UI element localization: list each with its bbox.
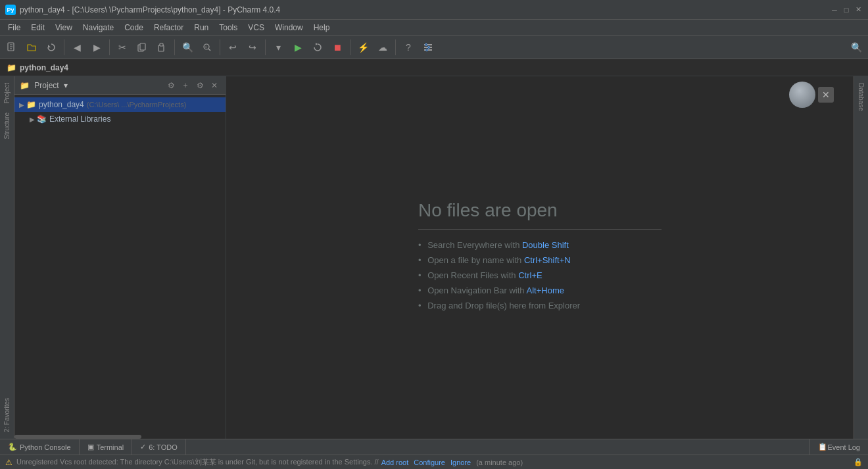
window-controls: ─ □ ✕ [830, 5, 863, 14]
app-icon: Py [5, 5, 16, 15]
svg-text:+: + [205, 45, 207, 49]
toolbar-coverage[interactable]: ⚡ [354, 38, 372, 57]
window-title: python_day4 - [C:\Users\ \PycharmProject… [20, 5, 830, 14]
status-message: Unregistered Vcs root detected: The dire… [16, 457, 379, 467]
toolbar-help[interactable]: ? [399, 38, 418, 57]
menu-code[interactable]: Code [119, 20, 149, 36]
svg-point-16 [425, 43, 427, 45]
menu-bar: File Edit View Navigate Code Refactor Ru… [0, 20, 868, 36]
tree-item-python-day4[interactable]: ▶ 📁 python_day4 (C:\Users\ ...\PycharmPr… [14, 97, 226, 112]
sidebar-item-favorites[interactable]: 2: Favorites [1, 394, 12, 436]
toolbar-separator-2 [109, 39, 110, 55]
hint-nav-shortcut: Alt+Home [527, 285, 564, 295]
hint-open-shortcut: Ctrl+Shift+N [524, 255, 571, 265]
project-panel-label: Project [34, 81, 59, 90]
tree-arrow-1: ▶ [28, 116, 37, 123]
toolbar-run-dropdown[interactable]: ▾ [269, 38, 287, 57]
toolbar-find-next[interactable]: + [198, 38, 216, 57]
close-button[interactable]: ✕ [854, 5, 863, 14]
avatar-close-button[interactable]: ✕ [818, 87, 834, 103]
project-scrollbar-thumb[interactable] [14, 435, 141, 439]
svg-point-17 [428, 46, 430, 48]
toolbar-separator-6 [350, 39, 350, 55]
add-root-link[interactable]: Add root [381, 458, 409, 466]
project-bar: 📁 python_day4 [0, 59, 868, 76]
tree-label-0: python_day4 [39, 100, 84, 109]
menu-edit[interactable]: Edit [26, 20, 50, 36]
todo-icon: ✓ [140, 443, 146, 451]
status-time: (a minute ago) [476, 458, 523, 466]
menu-window[interactable]: Window [270, 20, 308, 36]
project-panel-title: 📁 Project ▾ [20, 81, 165, 90]
svg-point-18 [426, 49, 428, 51]
tree-path-0: (C:\Users\ ...\PycharmProjects) [87, 101, 187, 109]
tree-arrow-0: ▶ [17, 101, 26, 109]
toolbar-sync[interactable] [42, 38, 60, 57]
tab-terminal[interactable]: ▣ Terminal [80, 439, 133, 455]
svg-rect-6 [140, 43, 145, 50]
hint-nav-text: Open Navigation Bar with [427, 285, 526, 295]
warning-icon: ⚠ [5, 458, 12, 467]
toolbar-paste[interactable] [153, 38, 171, 57]
svg-rect-8 [160, 43, 163, 46]
toolbar-rerun[interactable] [308, 38, 327, 57]
menu-view[interactable]: View [50, 20, 78, 36]
tree-item-external-libs[interactable]: ▶ 📚 External Libraries [14, 112, 226, 126]
tab-python-console[interactable]: 🐍 Python Console [0, 439, 80, 455]
project-folder-icon: 📁 [7, 63, 16, 72]
menu-vcs[interactable]: VCS [243, 20, 270, 36]
toolbar-separator-4 [220, 39, 220, 55]
menu-refactor[interactable]: Refactor [149, 20, 189, 36]
sidebar-item-project[interactable]: Project [1, 79, 12, 107]
panel-expand-icon[interactable]: + [180, 80, 191, 91]
project-tree: ▶ 📁 python_day4 (C:\Users\ ...\PycharmPr… [14, 95, 226, 435]
tab-python-console-label: Python Console [20, 443, 71, 451]
hint-search-text: Search Everywhere with [427, 240, 522, 250]
toolbar-search-everywhere[interactable]: 🔍 [847, 38, 865, 57]
terminal-icon: ▣ [87, 443, 94, 451]
tab-event-log[interactable]: 📋 Event Log [809, 439, 868, 455]
tab-event-log-label: Event Log [827, 443, 860, 451]
right-sidebar: Database [854, 76, 868, 439]
panel-close-icon[interactable]: ✕ [208, 80, 220, 91]
toolbar-run[interactable]: ▶ [289, 38, 307, 57]
menu-file[interactable]: File [3, 20, 26, 36]
minimize-button[interactable]: ─ [830, 5, 839, 14]
project-scrollbar[interactable] [14, 435, 226, 439]
toolbar-find[interactable]: 🔍 [178, 38, 197, 57]
toolbar-settings[interactable] [419, 38, 437, 57]
tab-todo[interactable]: ✓ 6: TODO [132, 439, 186, 455]
toolbar-forward[interactable]: ▶ [87, 38, 106, 57]
toolbar-redo[interactable]: ↪ [243, 38, 262, 57]
toolbar-back[interactable]: ◀ [68, 38, 86, 57]
menu-run[interactable]: Run [189, 20, 214, 36]
toolbar-open[interactable] [22, 38, 41, 57]
event-log-icon: 📋 [818, 443, 827, 451]
maximize-button[interactable]: □ [842, 5, 851, 14]
toolbar-profile[interactable]: ☁ [374, 38, 392, 57]
toolbar-new[interactable] [3, 38, 21, 57]
project-name: python_day4 [20, 63, 68, 72]
ignore-link[interactable]: Ignore [450, 458, 471, 466]
sidebar-item-database[interactable]: Database [856, 79, 867, 115]
menu-help[interactable]: Help [308, 20, 335, 36]
toolbar-copy[interactable] [133, 38, 151, 57]
panel-gear-icon[interactable]: ⚙ [194, 80, 206, 91]
project-panel-dropdown[interactable]: ▾ [64, 81, 68, 90]
editor-area: No files are open • Search Everywhere wi… [226, 76, 854, 439]
project-panel: 📁 Project ▾ ⚙ + ⚙ ✕ ▶ 📁 python_day4 (C:\… [14, 76, 226, 439]
tree-label-1: External Libraries [49, 114, 110, 124]
toolbar-stop[interactable]: ⏹ [328, 38, 347, 57]
svg-line-10 [208, 49, 210, 51]
menu-navigate[interactable]: Navigate [78, 20, 119, 36]
toolbar-undo[interactable]: ↩ [224, 38, 242, 57]
hint-drag-text: Drag and Drop file(s) here from Explorer [427, 301, 580, 310]
toolbar-cut[interactable]: ✂ [113, 38, 132, 57]
menu-tools[interactable]: Tools [214, 20, 243, 36]
python-console-icon: 🐍 [8, 443, 17, 451]
configure-link[interactable]: Configure [414, 458, 445, 466]
hint-drag-drop: • Drag and Drop file(s) here from Explor… [418, 301, 662, 310]
tab-todo-label: 6: TODO [149, 443, 178, 451]
sidebar-item-structure[interactable]: Structure [1, 109, 12, 143]
panel-settings-icon[interactable]: ⚙ [165, 80, 177, 91]
